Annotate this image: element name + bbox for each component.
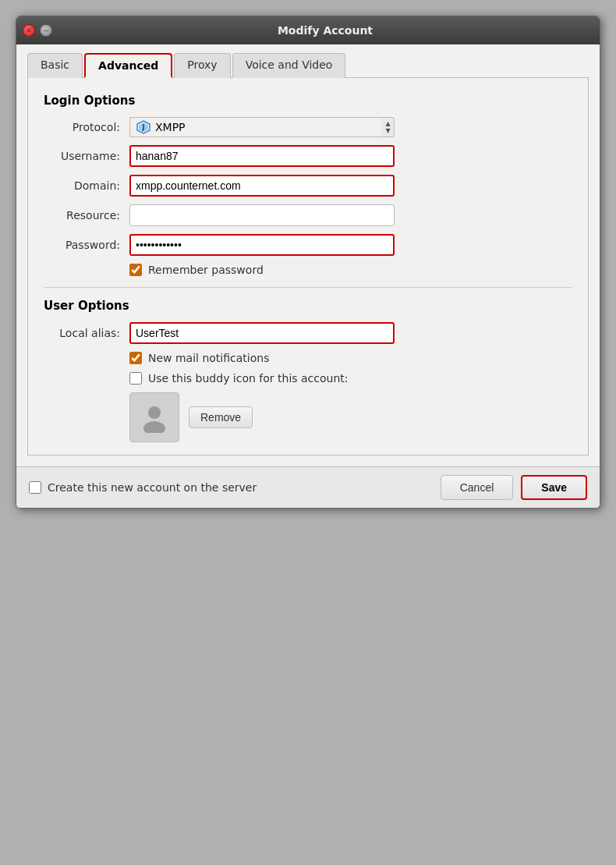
local-alias-input[interactable] (129, 322, 395, 344)
resource-row: Resource: (44, 204, 572, 226)
titlebar: ✕ − Modify Account (16, 16, 600, 44)
password-row: Password: (44, 234, 572, 256)
password-input[interactable] (129, 234, 395, 256)
remember-password-checkbox[interactable] (129, 264, 142, 276)
protocol-select-display[interactable]: J XMPP (129, 117, 382, 137)
tab-bar: Basic Advanced Proxy Voice and Video (27, 52, 589, 78)
protocol-select-wrapper[interactable]: J XMPP ▲ ▼ (129, 117, 395, 137)
window-title: Modify Account (57, 24, 593, 37)
resource-input[interactable] (129, 204, 395, 226)
create-account-label: Create this new account on the server (48, 481, 257, 494)
new-mail-row: New mail notifications (129, 352, 572, 364)
close-button[interactable]: ✕ (23, 24, 35, 37)
protocol-value: XMPP (155, 121, 186, 133)
section-divider (44, 287, 572, 288)
domain-row: Domain: (44, 175, 572, 197)
login-options-title: Login Options (44, 94, 572, 108)
protocol-spinner[interactable]: ▲ ▼ (382, 117, 395, 137)
modify-account-window: ✕ − Modify Account Basic Advanced Proxy … (16, 16, 600, 509)
username-input[interactable] (129, 145, 395, 167)
save-button[interactable]: Save (521, 475, 587, 500)
minimize-button[interactable]: − (40, 24, 52, 37)
buddy-icon-checkbox-row: Use this buddy icon for this account: (129, 372, 572, 385)
buddy-icon-label: Use this buddy icon for this account: (148, 372, 349, 385)
local-alias-label: Local alias: (44, 327, 129, 339)
tab-voice-video[interactable]: Voice and Video (232, 53, 346, 78)
remember-password-row: Remember password (129, 264, 572, 276)
buddy-icon-image (129, 392, 179, 442)
resource-label: Resource: (44, 209, 129, 222)
new-mail-checkbox[interactable] (129, 352, 142, 364)
buddy-icon-checkbox[interactable] (129, 372, 142, 385)
buddy-icon-area: Remove (129, 392, 572, 442)
username-label: Username: (44, 150, 129, 162)
user-options-title: User Options (44, 299, 572, 313)
create-account-row: Create this new account on the server (29, 481, 257, 494)
protocol-row: Protocol: J XMPP ▲ ▼ (44, 117, 572, 137)
local-alias-row: Local alias: (44, 322, 572, 344)
domain-input[interactable] (129, 175, 395, 197)
create-account-checkbox[interactable] (29, 481, 41, 494)
tab-content-basic: Login Options Protocol: J XMPP ▲ (27, 78, 589, 456)
tab-basic[interactable]: Basic (27, 53, 83, 78)
xmpp-icon: J (136, 120, 150, 134)
window-content: Basic Advanced Proxy Voice and Video Log… (16, 44, 600, 466)
new-mail-label: New mail notifications (148, 352, 269, 364)
svg-point-4 (143, 421, 165, 433)
remove-button[interactable]: Remove (189, 406, 253, 428)
svg-point-3 (148, 406, 161, 419)
username-row: Username: (44, 145, 572, 167)
remember-password-label: Remember password (148, 264, 264, 276)
bottom-bar: Create this new account on the server Ca… (16, 466, 600, 508)
action-buttons: Cancel Save (441, 475, 587, 500)
domain-label: Domain: (44, 179, 129, 192)
password-label: Password: (44, 239, 129, 251)
tab-advanced[interactable]: Advanced (84, 53, 172, 78)
svg-text:J: J (142, 124, 145, 131)
protocol-label: Protocol: (44, 121, 129, 133)
tab-proxy[interactable]: Proxy (174, 53, 230, 78)
cancel-button[interactable]: Cancel (441, 475, 514, 500)
person-icon (139, 402, 170, 433)
